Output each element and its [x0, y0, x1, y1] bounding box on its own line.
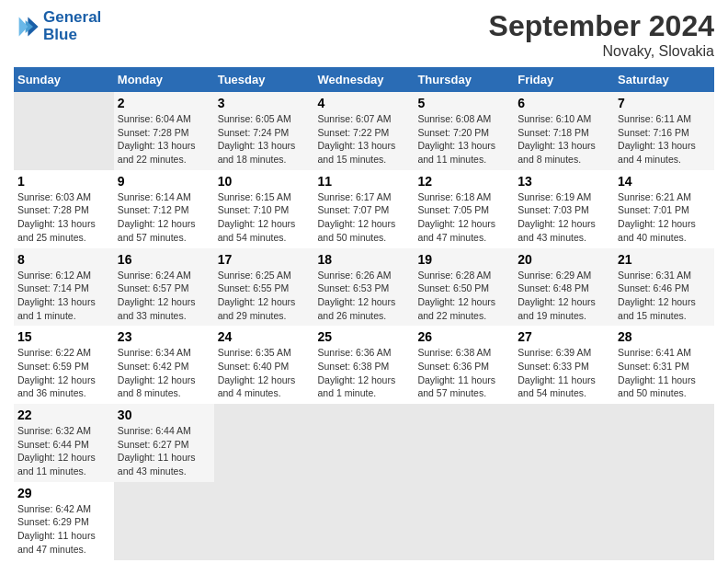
day-number: 9	[118, 174, 210, 189]
svg-marker-2	[19, 17, 28, 36]
table-row	[514, 482, 614, 560]
day-info: Sunrise: 6:38 AMSunset: 6:36 PMDaylight:…	[417, 346, 510, 400]
day-info: Sunrise: 6:19 AMSunset: 7:03 PMDaylight:…	[518, 190, 610, 245]
calendar-week-row: 8Sunrise: 6:12 AMSunset: 7:14 PMDaylight…	[14, 248, 714, 327]
day-info: Sunrise: 6:34 AMSunset: 6:42 PMDaylight:…	[118, 346, 210, 400]
day-info: Sunrise: 6:07 AMSunset: 7:22 PMDaylight:…	[318, 112, 411, 167]
day-number: 28	[618, 329, 711, 344]
day-number: 12	[417, 174, 510, 189]
day-number: 24	[218, 329, 311, 344]
table-row: 23Sunrise: 6:34 AMSunset: 6:42 PMDayligh…	[114, 326, 214, 404]
day-info: Sunrise: 6:28 AMSunset: 6:50 PMDaylight:…	[417, 269, 510, 323]
day-info: Sunrise: 6:24 AMSunset: 6:57 PMDaylight:…	[118, 269, 210, 323]
table-row: 16Sunrise: 6:24 AMSunset: 6:57 PMDayligh…	[114, 248, 214, 327]
logo-text: General Blue	[43, 9, 101, 43]
header: General Blue September 2024 Novaky, Slov…	[14, 9, 714, 60]
table-row: 21Sunrise: 6:31 AMSunset: 6:46 PMDayligh…	[614, 248, 714, 327]
table-row: 18Sunrise: 6:26 AMSunset: 6:53 PMDayligh…	[314, 248, 415, 327]
day-number: 16	[118, 252, 210, 267]
page-container: General Blue September 2024 Novaky, Slov…	[0, 0, 728, 563]
table-row	[314, 482, 415, 560]
month-title: September 2024	[489, 9, 714, 43]
calendar-week-row: 1Sunrise: 6:03 AMSunset: 7:28 PMDaylight…	[14, 170, 714, 248]
day-number: 1	[17, 174, 110, 189]
table-row: 17Sunrise: 6:25 AMSunset: 6:55 PMDayligh…	[214, 248, 314, 327]
day-number: 6	[518, 96, 610, 110]
table-row: 20Sunrise: 6:29 AMSunset: 6:48 PMDayligh…	[514, 248, 614, 327]
day-info: Sunrise: 6:05 AMSunset: 7:24 PMDaylight:…	[218, 112, 311, 167]
day-info: Sunrise: 6:32 AMSunset: 6:44 PMDaylight:…	[17, 424, 110, 478]
day-info: Sunrise: 6:29 AMSunset: 6:48 PMDaylight:…	[518, 269, 610, 323]
day-number: 25	[318, 329, 411, 344]
table-row	[14, 92, 114, 170]
table-row: 3Sunrise: 6:05 AMSunset: 7:24 PMDaylight…	[214, 92, 314, 170]
calendar-week-row: 29Sunrise: 6:42 AMSunset: 6:29 PMDayligh…	[14, 482, 714, 560]
day-number: 17	[218, 252, 311, 267]
calendar-week-row: 15Sunrise: 6:22 AMSunset: 6:59 PMDayligh…	[14, 326, 714, 404]
header-wednesday: Wednesday	[314, 67, 415, 92]
day-number: 13	[518, 174, 610, 189]
header-saturday: Saturday	[614, 67, 714, 92]
table-row: 12Sunrise: 6:18 AMSunset: 7:05 PMDayligh…	[414, 170, 514, 248]
day-info: Sunrise: 6:35 AMSunset: 6:40 PMDaylight:…	[218, 346, 311, 400]
header-friday: Friday	[514, 67, 614, 92]
day-number: 22	[17, 408, 110, 422]
day-info: Sunrise: 6:26 AMSunset: 6:53 PMDaylight:…	[318, 269, 411, 323]
day-info: Sunrise: 6:04 AMSunset: 7:28 PMDaylight:…	[118, 112, 210, 167]
table-row	[114, 482, 214, 560]
header-monday: Monday	[114, 67, 214, 92]
logo-icon	[14, 14, 40, 40]
table-row	[214, 404, 314, 482]
table-row	[414, 404, 514, 482]
table-row: 15Sunrise: 6:22 AMSunset: 6:59 PMDayligh…	[14, 326, 114, 404]
day-number: 18	[318, 252, 411, 267]
day-number: 29	[17, 486, 110, 500]
table-row: 26Sunrise: 6:38 AMSunset: 6:36 PMDayligh…	[414, 326, 514, 404]
table-row: 28Sunrise: 6:41 AMSunset: 6:31 PMDayligh…	[614, 326, 714, 404]
day-info: Sunrise: 6:08 AMSunset: 7:20 PMDaylight:…	[417, 112, 510, 167]
calendar-week-row: 22Sunrise: 6:32 AMSunset: 6:44 PMDayligh…	[14, 404, 714, 482]
table-row: 11Sunrise: 6:17 AMSunset: 7:07 PMDayligh…	[314, 170, 415, 248]
table-row: 10Sunrise: 6:15 AMSunset: 7:10 PMDayligh…	[214, 170, 314, 248]
table-row	[614, 482, 714, 560]
day-number: 5	[417, 96, 510, 110]
day-info: Sunrise: 6:03 AMSunset: 7:28 PMDaylight:…	[17, 190, 110, 245]
day-info: Sunrise: 6:42 AMSunset: 6:29 PMDaylight:…	[17, 502, 110, 557]
day-info: Sunrise: 6:18 AMSunset: 7:05 PMDaylight:…	[417, 190, 510, 245]
table-row: 7Sunrise: 6:11 AMSunset: 7:16 PMDaylight…	[614, 92, 714, 170]
table-row: 13Sunrise: 6:19 AMSunset: 7:03 PMDayligh…	[514, 170, 614, 248]
day-number: 10	[218, 174, 311, 189]
day-number: 20	[518, 252, 610, 267]
table-row: 22Sunrise: 6:32 AMSunset: 6:44 PMDayligh…	[14, 404, 114, 482]
weekday-header-row: Sunday Monday Tuesday Wednesday Thursday…	[14, 67, 714, 92]
day-info: Sunrise: 6:17 AMSunset: 7:07 PMDaylight:…	[318, 190, 411, 245]
day-number: 7	[618, 96, 711, 110]
day-info: Sunrise: 6:25 AMSunset: 6:55 PMDaylight:…	[218, 269, 311, 323]
day-info: Sunrise: 6:31 AMSunset: 6:46 PMDaylight:…	[618, 269, 711, 323]
day-info: Sunrise: 6:15 AMSunset: 7:10 PMDaylight:…	[218, 190, 311, 245]
day-info: Sunrise: 6:36 AMSunset: 6:38 PMDaylight:…	[318, 346, 411, 400]
day-info: Sunrise: 6:22 AMSunset: 6:59 PMDaylight:…	[17, 346, 110, 400]
day-info: Sunrise: 6:12 AMSunset: 7:14 PMDaylight:…	[17, 269, 110, 323]
day-number: 23	[118, 329, 210, 344]
location: Novaky, Slovakia	[489, 43, 714, 60]
day-info: Sunrise: 6:21 AMSunset: 7:01 PMDaylight:…	[618, 190, 711, 245]
table-row: 8Sunrise: 6:12 AMSunset: 7:14 PMDaylight…	[14, 248, 114, 327]
day-number: 11	[318, 174, 411, 189]
day-number: 26	[417, 329, 510, 344]
table-row: 14Sunrise: 6:21 AMSunset: 7:01 PMDayligh…	[614, 170, 714, 248]
table-row	[414, 482, 514, 560]
table-row: 1Sunrise: 6:03 AMSunset: 7:28 PMDaylight…	[14, 170, 114, 248]
table-row: 30Sunrise: 6:44 AMSunset: 6:27 PMDayligh…	[114, 404, 214, 482]
day-number: 8	[17, 252, 110, 267]
table-row: 9Sunrise: 6:14 AMSunset: 7:12 PMDaylight…	[114, 170, 214, 248]
day-info: Sunrise: 6:10 AMSunset: 7:18 PMDaylight:…	[518, 112, 610, 167]
day-number: 2	[118, 96, 210, 110]
logo: General Blue	[14, 9, 101, 43]
calendar-week-row: 2Sunrise: 6:04 AMSunset: 7:28 PMDaylight…	[14, 92, 714, 170]
header-tuesday: Tuesday	[214, 67, 314, 92]
day-number: 30	[118, 408, 210, 422]
title-section: September 2024 Novaky, Slovakia	[489, 9, 714, 60]
day-info: Sunrise: 6:41 AMSunset: 6:31 PMDaylight:…	[618, 346, 711, 400]
calendar-table: Sunday Monday Tuesday Wednesday Thursday…	[14, 67, 714, 560]
